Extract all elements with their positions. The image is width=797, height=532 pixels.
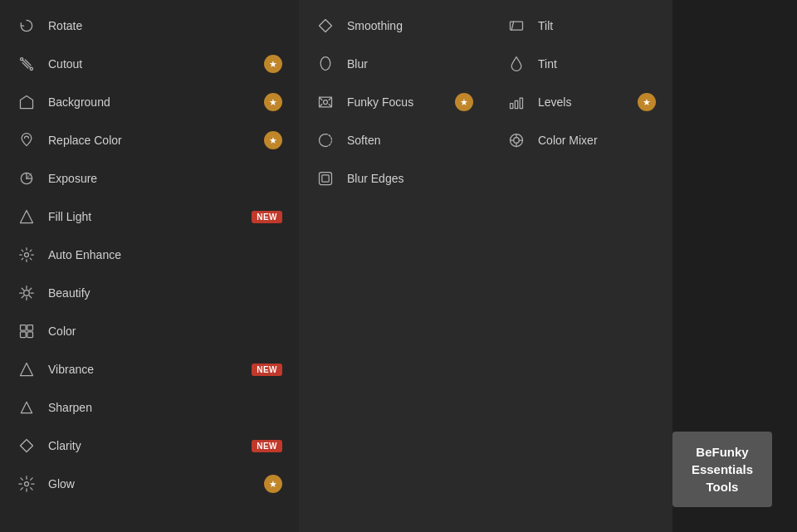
svg-point-59 <box>514 138 520 144</box>
sidebar-label-vibrance: Vibrance <box>48 363 252 376</box>
sidebar-item-beautify[interactable]: Beautify <box>0 274 299 312</box>
svg-rect-57 <box>520 98 522 109</box>
right-label-levels: Levels <box>538 95 638 109</box>
middle-label-blur-edges: Blur Edges <box>347 172 473 185</box>
svg-line-2 <box>25 60 31 66</box>
funky-focus-icon <box>315 92 335 112</box>
sidebar-item-cutout[interactable]: Cutout ★ <box>0 45 299 83</box>
sidebar-item-fill-light[interactable]: Fill Light NEW <box>0 198 299 236</box>
sidebar-item-replace-color[interactable]: Replace Color ★ <box>0 121 299 159</box>
color-icon <box>17 321 37 341</box>
tilt-icon <box>506 16 526 36</box>
sharpen-icon <box>17 398 37 417</box>
background-icon <box>17 92 37 112</box>
right-item-tilt[interactable]: Tilt <box>490 7 672 45</box>
middle-label-soften: Soften <box>347 134 473 147</box>
cutout-icon <box>17 54 37 74</box>
beautify-icon <box>17 283 37 303</box>
sidebar-label-rotate: Rotate <box>48 19 282 32</box>
befunky-badge-text: BeFunky Essentials Tools <box>689 443 755 495</box>
star-badge: ★ <box>264 475 282 493</box>
star-badge: ★ <box>264 55 282 73</box>
rotate-icon <box>17 16 37 36</box>
svg-point-46 <box>324 100 328 105</box>
sidebar-label-background: Background <box>48 95 264 109</box>
right-item-color-mixer[interactable]: Color Mixer <box>490 121 672 159</box>
sidebar-label-clarity: Clarity <box>48 439 252 452</box>
blur-icon <box>315 54 335 74</box>
sidebar-item-background[interactable]: Background ★ <box>0 83 299 121</box>
svg-rect-31 <box>27 332 33 338</box>
star-badge: ★ <box>638 93 656 111</box>
color-mixer-icon <box>506 130 526 150</box>
svg-rect-55 <box>511 104 513 109</box>
sidebar-item-clarity[interactable]: Clarity NEW <box>0 427 299 465</box>
levels-icon <box>506 92 526 112</box>
new-badge: NEW <box>252 364 282 376</box>
sidebar-label-fill-light: Fill Light <box>48 210 252 223</box>
sidebar-label-beautify: Beautify <box>48 286 282 300</box>
svg-line-42 <box>31 478 33 481</box>
star-badge: ★ <box>264 131 282 149</box>
exposure-icon <box>17 168 37 188</box>
sidebar-item-auto-enhance[interactable]: Auto Enhance <box>0 236 299 274</box>
svg-line-27 <box>22 296 23 298</box>
svg-point-4 <box>30 67 32 70</box>
sidebar-item-color[interactable]: Color <box>0 312 299 350</box>
right-item-levels[interactable]: Levels ★ <box>490 83 672 121</box>
svg-point-3 <box>21 58 23 61</box>
right-label-color-mixer: Color Mixer <box>538 134 656 147</box>
right-item-tint[interactable]: Tint <box>490 45 672 83</box>
svg-rect-28 <box>21 325 27 331</box>
svg-rect-29 <box>27 325 33 331</box>
svg-line-54 <box>511 22 514 30</box>
tint-icon <box>506 54 526 74</box>
middle-item-soften[interactable]: Soften <box>299 121 490 159</box>
clarity-icon <box>17 436 37 456</box>
middle-item-funky-focus[interactable]: Funky Focus ★ <box>299 83 490 121</box>
middle-item-smoothing[interactable]: Smoothing <box>299 7 490 45</box>
star-badge: ★ <box>264 93 282 111</box>
svg-marker-34 <box>21 440 33 452</box>
replace-color-icon <box>17 130 37 150</box>
middle-item-blur-edges[interactable]: Blur Edges <box>299 159 490 198</box>
svg-line-40 <box>21 478 23 481</box>
smoothing-icon <box>315 16 335 36</box>
right-label-tilt: Tilt <box>538 19 656 32</box>
svg-rect-52 <box>322 175 329 182</box>
right-label-tint: Tint <box>538 57 656 71</box>
sidebar-label-color: Color <box>48 325 282 338</box>
sidebar-label-exposure: Exposure <box>48 172 282 185</box>
sidebar-item-rotate[interactable]: Rotate <box>0 7 299 45</box>
glow-icon <box>17 474 37 494</box>
svg-line-16 <box>30 258 32 260</box>
svg-line-25 <box>30 296 32 298</box>
svg-point-10 <box>25 253 29 257</box>
middle-label-blur: Blur <box>347 57 473 71</box>
middle-item-blur[interactable]: Blur <box>299 45 490 83</box>
svg-point-35 <box>25 482 29 486</box>
sidebar-item-exposure[interactable]: Exposure <box>0 159 299 198</box>
svg-marker-33 <box>21 402 32 412</box>
sidebar-item-sharpen[interactable]: Sharpen <box>0 388 299 427</box>
middle-label-funky-focus: Funky Focus <box>347 95 455 109</box>
fill-light-icon <box>17 207 37 227</box>
svg-rect-51 <box>320 173 332 185</box>
sidebar-item-glow[interactable]: Glow ★ <box>0 465 299 503</box>
sidebar-label-auto-enhance: Auto Enhance <box>48 248 282 261</box>
sidebar-label-replace-color: Replace Color <box>48 134 264 147</box>
middle-panel: Smoothing Blur Funky Focus ★ Soften <box>299 0 490 532</box>
befunky-badge: BeFunky Essentials Tools <box>672 432 772 507</box>
svg-marker-5 <box>21 96 33 109</box>
svg-line-18 <box>22 258 23 260</box>
new-badge: NEW <box>252 211 282 223</box>
sidebar-item-vibrance[interactable]: Vibrance NEW <box>0 350 299 388</box>
svg-rect-30 <box>21 332 27 338</box>
svg-line-15 <box>22 250 23 251</box>
svg-point-19 <box>24 290 30 296</box>
main-container: Rotate Cutout ★ Background ★ Replace Col… <box>0 0 797 532</box>
sidebar: Rotate Cutout ★ Background ★ Replace Col… <box>0 0 299 532</box>
svg-line-1 <box>22 62 28 68</box>
new-badge: NEW <box>252 440 282 452</box>
svg-line-24 <box>22 288 23 290</box>
